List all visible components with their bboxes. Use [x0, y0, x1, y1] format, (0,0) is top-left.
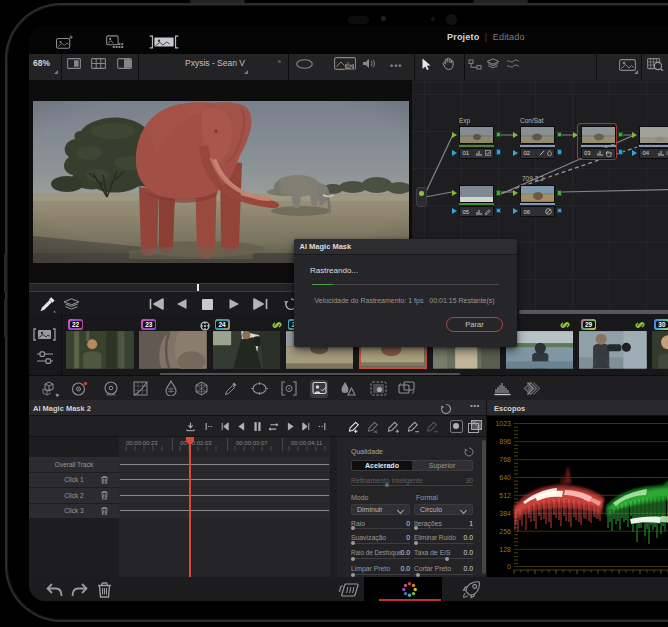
svg-text:384: 384 [499, 510, 511, 517]
svg-text:256: 256 [499, 528, 511, 535]
svg-text:512: 512 [499, 492, 511, 499]
svg-text:HDR: HDR [106, 392, 115, 396]
svg-text:0: 0 [507, 563, 511, 570]
svg-text:768: 768 [499, 456, 511, 463]
svg-text:128: 128 [499, 546, 511, 553]
svg-text:896: 896 [499, 438, 511, 445]
svg-text:1023: 1023 [495, 420, 511, 427]
svg-text:HQ: HQ [346, 64, 353, 69]
svg-text:640: 640 [499, 474, 511, 481]
